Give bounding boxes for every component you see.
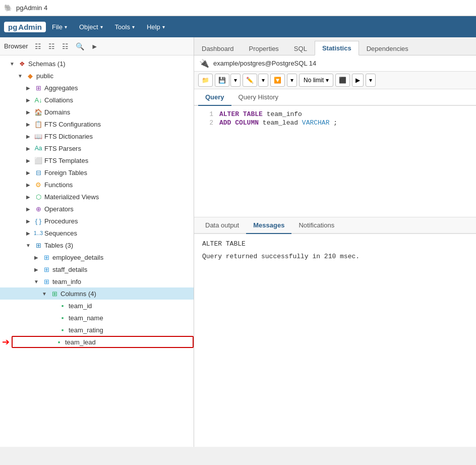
aggregates-toggle-icon[interactable]: [24, 84, 32, 92]
tree-item-team-lead[interactable]: ▪ team_lead: [12, 336, 194, 348]
filter-dropdown-btn[interactable]: ▾: [287, 74, 297, 87]
staff-details-icon: ⊞: [42, 265, 51, 274]
tree-item-operators[interactable]: ⊕ Operators: [0, 203, 194, 215]
functions-toggle-icon[interactable]: [24, 181, 32, 189]
no-limit-dropdown[interactable]: No limit ▾: [299, 74, 333, 87]
tree-item-team-rating[interactable]: ▪ team_rating: [0, 324, 194, 336]
public-toggle-icon[interactable]: [16, 72, 24, 80]
tab-sql[interactable]: SQL: [286, 41, 315, 55]
columns-toggle-icon[interactable]: [40, 289, 48, 298]
tab-statistics[interactable]: Statistics: [315, 41, 359, 55]
tree-item-team-id[interactable]: ▪ team_id: [0, 300, 194, 312]
browser-filter-icon-btn[interactable]: ☷: [60, 41, 71, 51]
foreign-tables-toggle-icon[interactable]: [24, 168, 32, 177]
tab-properties[interactable]: Properties: [242, 41, 286, 55]
pgadmin-logo: pgAdmin: [4, 22, 46, 32]
tab-messages[interactable]: Messages: [246, 217, 291, 234]
domains-toggle-icon[interactable]: [24, 108, 32, 116]
line-num-1: 1: [198, 110, 213, 118]
schemas-label: Schemas (1): [28, 60, 66, 68]
columns-icon: ⊞: [50, 289, 59, 298]
browser-grid-icon-btn[interactable]: ☷: [46, 41, 57, 51]
sequences-icon: 1..3: [34, 228, 43, 238]
save-btn[interactable]: 💾: [215, 74, 229, 87]
tree-item-aggregates[interactable]: ⊞ Aggregates: [0, 82, 194, 94]
procedures-icon: { }: [34, 216, 43, 225]
fts-config-toggle-icon[interactable]: [24, 120, 32, 128]
tree-item-team-name[interactable]: ▪ team_name: [0, 312, 194, 324]
procedures-label: Procedures: [44, 217, 78, 225]
fts-dict-icon: 📖: [34, 132, 43, 141]
tree-item-fts-dict[interactable]: 📖 FTS Dictionaries: [0, 130, 194, 142]
matviews-icon: ⬡: [34, 192, 43, 201]
tree-item-matviews[interactable]: ⬡ Materialized Views: [0, 191, 194, 203]
more-btn[interactable]: ▾: [366, 74, 376, 87]
menu-object[interactable]: Object ▾: [73, 20, 109, 34]
tree-item-fts-templates[interactable]: ⬜ FTS Templates: [0, 154, 194, 166]
tab-dashboard[interactable]: Dashboard: [194, 41, 242, 55]
aggregates-icon: ⊞: [34, 83, 43, 92]
tree-item-employee-details[interactable]: ⊞ employee_details: [0, 251, 194, 263]
employee-details-icon: ⊞: [42, 253, 51, 262]
tree-item-collations[interactable]: A↓ Collations: [0, 94, 194, 106]
right-panel: Dashboard Properties SQL Statistics Depe…: [194, 37, 476, 447]
tree-item-schemas[interactable]: ❖ Schemas (1): [0, 57, 194, 70]
tree-item-domains[interactable]: 🏠 Domains: [0, 106, 194, 118]
team-info-toggle-icon[interactable]: [32, 277, 40, 285]
functions-icon: ⚙: [34, 180, 43, 189]
tree-item-columns[interactable]: ⊞ Columns (4): [0, 287, 194, 300]
sequences-label: Sequences: [44, 229, 77, 237]
browser-table-icon-btn[interactable]: ☷: [32, 41, 44, 51]
tab-dependencies[interactable]: Dependencies: [359, 41, 416, 55]
public-label: public: [36, 72, 53, 80]
employee-details-toggle-icon[interactable]: [32, 253, 40, 261]
tree-item-fts-config[interactable]: 📋 FTS Configurations: [0, 118, 194, 130]
staff-details-toggle-icon[interactable]: [32, 265, 40, 273]
sql-editor[interactable]: 1 ALTER TABLE team_info 2 ADD COLUMN tea…: [194, 106, 476, 217]
filter-btn[interactable]: 🔽: [270, 74, 285, 87]
fts-config-label: FTS Configurations: [44, 121, 101, 128]
tree-item-procedures[interactable]: { } Procedures: [0, 215, 194, 227]
schemas-toggle-icon[interactable]: [8, 60, 16, 68]
fts-parsers-toggle-icon[interactable]: [24, 144, 32, 152]
logo-admin: Admin: [18, 23, 42, 31]
tab-data-output[interactable]: Data output: [198, 217, 246, 234]
tab-query[interactable]: Query: [198, 89, 231, 106]
tables-icon: ⊞: [34, 241, 43, 250]
team-lead-icon: ▪: [54, 337, 64, 346]
procedures-toggle-icon[interactable]: [24, 217, 32, 225]
menu-help[interactable]: Help ▾: [141, 20, 171, 34]
tree-item-functions[interactable]: ⚙ Functions: [0, 179, 194, 191]
tree-item-public[interactable]: ◆ public: [0, 70, 194, 82]
collations-toggle-icon[interactable]: [24, 96, 32, 104]
browser-terminal-icon-btn[interactable]: ►: [89, 41, 101, 51]
tree-item-tables[interactable]: ⊞ Tables (3): [0, 239, 194, 251]
operators-toggle-icon[interactable]: [24, 205, 32, 213]
tab-query-history[interactable]: Query History: [231, 89, 285, 106]
tab-notifications[interactable]: Notifications: [291, 217, 341, 234]
stop-btn[interactable]: ⬛: [335, 74, 350, 87]
browser-search-icon-btn[interactable]: 🔍: [73, 41, 87, 51]
menu-file[interactable]: File ▾: [46, 20, 73, 34]
sequences-toggle-icon[interactable]: [24, 229, 32, 237]
sql-line1-text: team_info: [267, 110, 302, 118]
matviews-toggle-icon[interactable]: [24, 193, 32, 201]
menu-tools[interactable]: Tools ▾: [109, 20, 141, 34]
tree-item-sequences[interactable]: 1..3 Sequences: [0, 227, 194, 239]
edit-dropdown-btn[interactable]: ▾: [258, 74, 268, 87]
open-file-btn[interactable]: 📁: [198, 74, 213, 87]
tree-item-fts-parsers[interactable]: Aa FTS Parsers: [0, 142, 194, 154]
tree-item-staff-details[interactable]: ⊞ staff_details: [0, 263, 194, 275]
run-btn[interactable]: ▶: [352, 74, 364, 87]
team-id-label: team_id: [69, 302, 92, 310]
fts-parsers-label: FTS Parsers: [44, 145, 81, 152]
fts-templates-toggle-icon[interactable]: [24, 156, 32, 164]
tree-item-foreign-tables[interactable]: ⊟ Foreign Tables: [0, 166, 194, 179]
edit-btn[interactable]: ✏️: [243, 74, 257, 87]
tables-toggle-icon[interactable]: [24, 241, 32, 249]
save-dropdown-btn[interactable]: ▾: [230, 74, 241, 87]
collations-icon: A↓: [34, 95, 43, 104]
fts-dict-toggle-icon[interactable]: [24, 132, 32, 140]
tree-item-team-info[interactable]: ⊞ team_info: [0, 275, 194, 287]
matviews-label: Materialized Views: [44, 193, 99, 201]
